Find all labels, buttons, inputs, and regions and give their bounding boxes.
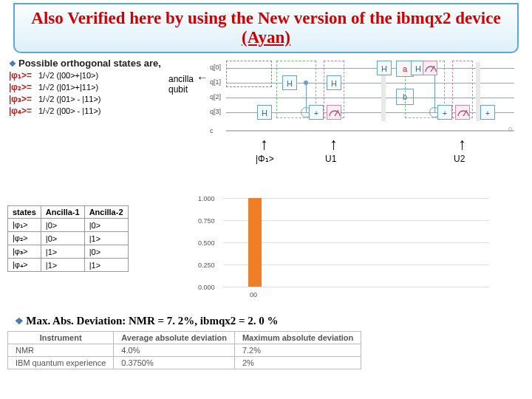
b-block: b xyxy=(396,89,414,105)
psi-2: |φ₂>= xyxy=(9,82,38,92)
gate-plus: + xyxy=(480,105,495,120)
gate-h: H xyxy=(377,61,392,75)
measure-icon xyxy=(327,105,341,120)
deviation-line: ❖ Max. Abs. Deviation: NMR = 7. 2%, ibmq… xyxy=(15,315,279,327)
states-table: statesAncilla-1Ancilla-2 |φ₁>|0>|0> |φ₂>… xyxy=(7,205,129,272)
quantum-circuit: q[0] q[1] q[2] q[3] c H H + H H a b H + xyxy=(213,61,523,179)
bullet-icon: ❖ xyxy=(9,59,16,68)
gate-h: H xyxy=(282,75,297,90)
gate-plus: + xyxy=(437,105,452,120)
psi-1: |φ₁>= xyxy=(9,70,38,81)
ancilla-dashbox xyxy=(226,61,272,87)
psi-3: |φ₃>= xyxy=(9,94,38,104)
gate-h: H xyxy=(257,105,272,120)
gate-h: H xyxy=(327,75,341,90)
arrow-up-icon: ↑ xyxy=(260,134,268,154)
gate-plus: + xyxy=(309,105,324,120)
arrow-left-icon: ← xyxy=(197,71,208,84)
measure-icon xyxy=(455,105,470,120)
bar-chart: 1.000 0.750 0.500 0.250 0.000 00 xyxy=(191,194,508,304)
deviation-table: InstrumentAverage absolute deviationMaxi… xyxy=(7,331,361,369)
psi-4: |φ₄>= xyxy=(9,106,38,116)
title-text: Also Verified here by using the New vers… xyxy=(22,9,510,47)
orthogonal-states-box: ❖Possible orthogonal states are, |φ₁>=1/… xyxy=(9,58,163,116)
title-bar: Also Verified here by using the New vers… xyxy=(13,3,519,53)
arrow-up-icon: ↑ xyxy=(330,134,338,154)
content-area: ❖Possible orthogonal states are, |φ₁>=1/… xyxy=(0,53,532,399)
chart-bar xyxy=(248,198,262,287)
orthogonal-header: Possible orthogonal states are, xyxy=(18,58,161,69)
measure-icon xyxy=(423,61,437,75)
arrow-up-icon: ↑ xyxy=(458,134,466,154)
